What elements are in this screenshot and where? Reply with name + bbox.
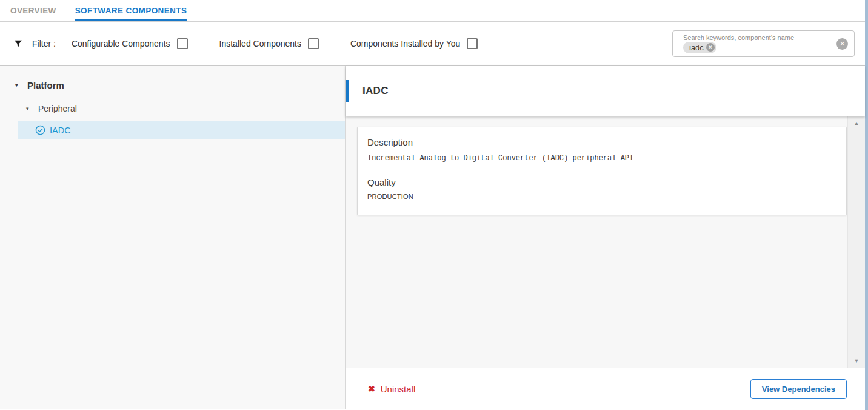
quality-value: PRODUCTION [367, 193, 836, 200]
main-area: ▾ Platform ▾ Peripheral IADC [0, 66, 865, 409]
tree-item-label: Peripheral [38, 104, 77, 113]
component-title: IADC [362, 85, 389, 97]
accent-bar [346, 80, 349, 102]
installed-check-icon [35, 125, 45, 135]
chip-remove-icon[interactable]: ✕ [706, 43, 715, 52]
tree-item-peripheral[interactable]: ▾ Peripheral [0, 101, 345, 116]
tree-item-iadc[interactable]: IADC [18, 121, 345, 139]
scrollbar[interactable]: ▲ ▼ [847, 116, 865, 368]
uninstall-button[interactable]: ✖ Uninstall [368, 384, 415, 394]
uninstall-label: Uninstall [381, 384, 416, 394]
quality-label: Quality [367, 177, 836, 187]
detail-scroll-area: Description Incremental Analog to Digita… [346, 116, 865, 368]
filter-components-installed-by-you: Components Installed by You [350, 38, 478, 49]
window-edge [865, 0, 868, 410]
filter-label: Filter : [32, 39, 56, 49]
detail-action-bar: ✖ Uninstall View Dependencies [346, 368, 865, 409]
scroll-up-icon[interactable]: ▲ [848, 120, 865, 126]
tab-overview[interactable]: OVERVIEW [10, 0, 56, 21]
component-info-card: Description Incremental Analog to Digita… [357, 127, 847, 215]
components-installed-by-you-checkbox[interactable] [467, 38, 478, 49]
configurable-components-label: Configurable Components [72, 39, 170, 49]
search-chip-text: iadc [689, 43, 704, 52]
components-installed-by-you-label: Components Installed by You [350, 39, 460, 49]
tree-item-label: Platform [27, 80, 64, 90]
tab-bar: OVERVIEW SOFTWARE COMPONENTS [0, 0, 865, 22]
component-tree: ▾ Platform ▾ Peripheral IADC [0, 66, 346, 409]
filter-icon [13, 39, 23, 49]
software-components-view: OVERVIEW SOFTWARE COMPONENTS Filter : Co… [0, 0, 868, 410]
view-dependencies-button[interactable]: View Dependencies [750, 379, 847, 399]
tab-software-components[interactable]: SOFTWARE COMPONENTS [75, 0, 187, 21]
detail-header: IADC [346, 66, 865, 116]
search-placeholder: Search keywords, component's name [683, 34, 833, 41]
search-chip: iadc ✕ [683, 42, 716, 53]
filter-configurable-components: Configurable Components [72, 38, 188, 49]
search-input[interactable]: Search keywords, component's name iadc ✕… [672, 30, 855, 57]
tree-item-label: IADC [50, 126, 71, 135]
scroll-down-icon[interactable]: ▼ [848, 358, 865, 364]
tree-item-platform[interactable]: ▾ Platform [0, 77, 345, 93]
installed-components-checkbox[interactable] [308, 38, 319, 49]
description-label: Description [367, 137, 836, 147]
filter-bar: Filter : Configurable Components Install… [0, 22, 865, 66]
installed-components-label: Installed Components [219, 39, 301, 49]
component-detail-panel: IADC Description Incremental Analog to D… [346, 66, 865, 409]
filter-installed-components: Installed Components [219, 38, 319, 49]
uninstall-x-icon: ✖ [368, 384, 375, 394]
description-text: Incremental Analog to Digital Converter … [367, 154, 836, 163]
search-clear-icon[interactable]: ✕ [836, 38, 848, 50]
chevron-down-icon[interactable]: ▾ [26, 106, 32, 112]
chevron-down-icon[interactable]: ▾ [15, 82, 21, 88]
configurable-components-checkbox[interactable] [177, 38, 188, 49]
